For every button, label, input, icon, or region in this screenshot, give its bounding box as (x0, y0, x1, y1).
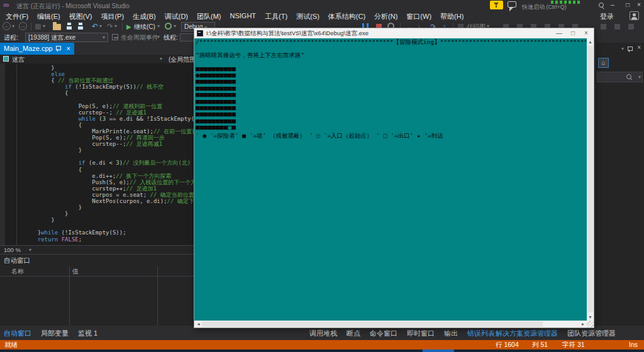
maze-row: ■■■■■■■■■■ (196, 104, 586, 111)
toolbar-icon[interactable] (614, 24, 620, 30)
progress-dashes (551, 1, 581, 4)
window-title: 迷宫 (正在运行) - Microsoft Visual Studio (16, 2, 130, 11)
undo-caret-icon[interactable]: ▾ (99, 22, 102, 31)
continue-caret-icon[interactable]: ▾ (157, 22, 160, 31)
panel-tab-即时窗口[interactable]: 即时窗口 (407, 329, 435, 338)
scroll-up-icon[interactable]: ▴ (587, 39, 594, 45)
maze-row: ●■■■■■■■■■ (196, 72, 586, 78)
restart-icon[interactable] (165, 23, 172, 30)
taskbar-active-indicator (423, 349, 454, 352)
redo-caret-icon[interactable]: ▾ (114, 22, 117, 31)
maze-grid: ■■■■■■■■■■●■■■■■■■■■■■■■■■■■■■■■■■■■■■■■… (196, 65, 586, 131)
separator (122, 23, 123, 31)
search-icon[interactable] (626, 74, 633, 81)
sign-in-link[interactable]: 登录 (600, 12, 614, 21)
status-ready: 就绪 (4, 341, 18, 349)
panel-close-icon[interactable]: × (637, 44, 641, 51)
blank-line (196, 58, 586, 65)
account-avatar-icon[interactable] (630, 11, 639, 20)
toolbar-icon[interactable] (601, 24, 606, 30)
column-divider[interactable] (69, 266, 70, 326)
panel-tab-自动窗口[interactable]: 自动窗口 (4, 329, 31, 338)
maze-row: ■■■■■■■■■■ (196, 85, 586, 91)
continue-button[interactable]: 继续(C) (134, 22, 155, 31)
maze-row: ■■■■■■■■■■ (196, 118, 586, 124)
scroll-down-icon[interactable]: ▾ (587, 314, 594, 320)
vs-logo-icon: ∞ (3, 0, 9, 9)
new-file-icon[interactable] (35, 24, 41, 30)
console-vertical-scrollbar[interactable]: ▴ ▾ (587, 38, 594, 321)
solution-explorer-panel: ▾ × ⌂ ▾ (595, 43, 644, 326)
console-minimize-button[interactable]: — (555, 30, 564, 36)
project-dropdown-caret-icon[interactable]: ▾ (160, 55, 162, 63)
scroll-left-icon[interactable]: ◂ (195, 321, 202, 327)
console-text: /***************************************… (196, 39, 586, 320)
zoom-caret-icon[interactable]: ▾ (29, 246, 31, 255)
close-tab-icon[interactable]: × (67, 45, 70, 52)
minimize-button[interactable]: – (608, 1, 618, 8)
console-output: /***************************************… (194, 38, 594, 327)
panel-tab-解决方案资源管理器[interactable]: 解决方案资源管理器 (496, 329, 558, 338)
process-combo[interactable]: [19388] 迷宫.exe ▾ (25, 33, 108, 42)
new-file-caret-icon[interactable]: ▾ (43, 22, 45, 31)
tab-main-maze-cpp[interactable]: Main_Maze.cpp × (0, 43, 74, 55)
search-icon[interactable] (599, 3, 606, 9)
console-horizontal-scrollbar[interactable]: ◂ ▸ (194, 321, 587, 327)
thread-label: 线程: (164, 33, 178, 42)
right-panel-tabs: 解决方案资源管理器团队资源管理器 (496, 329, 616, 338)
back-caret-icon[interactable]: ▾ (12, 22, 14, 31)
open-folder-icon[interactable] (53, 24, 61, 30)
maze-row: ■■■■■■■■■■ (196, 65, 586, 72)
panel-tab-输出[interactable]: 输出 (444, 329, 458, 338)
panel-menu-caret-icon[interactable]: ▾ (621, 45, 624, 53)
redo-icon[interactable]: ↷ (107, 22, 113, 31)
panel-pin-icon[interactable] (627, 47, 632, 52)
console-maximize-button[interactable]: □ (569, 30, 577, 36)
toolbar-icon[interactable] (628, 24, 634, 30)
navigate-back-icon[interactable]: ← (3, 22, 11, 30)
project-dropdown[interactable]: 迷宫 (12, 55, 25, 64)
scrollbar-thumb[interactable] (202, 321, 543, 327)
project-icon (3, 56, 9, 62)
home-icon[interactable]: ⌂ (598, 58, 609, 68)
panel-tab-错误列表[interactable]: 错误列表 (467, 329, 495, 338)
status-character: 字符 31 (562, 341, 585, 349)
lifecycle-caret-icon[interactable]: ▾ (157, 33, 160, 41)
pin-icon[interactable] (55, 46, 60, 52)
close-button[interactable]: × (634, 1, 644, 8)
autos-col-value[interactable]: 值 (72, 267, 79, 276)
panel-tab-局部变量[interactable]: 局部变量 (41, 329, 69, 338)
process-label: 进程: (4, 33, 18, 42)
autos-col-name[interactable]: 名称 (11, 267, 24, 276)
panel-tab-调用堆栈[interactable]: 调用堆栈 (309, 329, 337, 338)
navigate-forward-icon[interactable]: → (19, 22, 27, 30)
status-bar: 就绪 行 1604 列 51 字符 31 Ins (0, 340, 644, 349)
lifecycle-events-icon[interactable] (112, 34, 118, 40)
scroll-right-icon[interactable]: ▸ (580, 321, 586, 327)
column-divider[interactable] (157, 266, 158, 326)
console-close-button[interactable]: × (582, 30, 591, 36)
panel-tab-断点[interactable]: 断点 (347, 329, 360, 338)
panel-tab-命令窗口[interactable]: 命令窗口 (370, 329, 397, 338)
console-title-bar[interactable]: I:\金科\教学\数据结构与算法\testVS\迷宫\x64\Debug\迷宫.… (194, 28, 594, 38)
restart-caret-icon[interactable]: ▾ (174, 22, 176, 31)
search-caret-icon[interactable]: ▾ (638, 73, 641, 82)
undo-icon[interactable]: ↶ (92, 22, 98, 31)
maximize-button[interactable]: □ (623, 1, 633, 8)
mid-panel-tabs: 调用堆栈断点命令窗口即时窗口输出错误列表 (309, 329, 495, 338)
feedback-filter-icon[interactable] (490, 1, 503, 9)
resize-grip[interactable] (587, 321, 594, 327)
lifecycle-events-button[interactable]: 生命周期事件 (121, 33, 158, 42)
status-insert-mode: Ins (629, 341, 638, 348)
panel-tab-监视 1[interactable]: 监视 1 (78, 329, 97, 338)
console-window[interactable]: I:\金科\教学\数据结构与算法\testVS\迷宫\x64\Debug\迷宫.… (194, 28, 594, 328)
maze-row: ■■■■■■■■■■ (196, 111, 586, 117)
autos-panel-title: 自动窗口 (4, 256, 30, 265)
continue-play-icon[interactable]: ▶ (126, 22, 131, 31)
zoom-level-dropdown[interactable]: 100 % (4, 246, 21, 253)
solution-search-input[interactable]: ▾ (597, 72, 643, 82)
feedback-bubble-icon[interactable] (508, 1, 516, 8)
panel-tab-团队资源管理器[interactable]: 团队资源管理器 (567, 329, 616, 338)
title-bar: ∞ 迷宫 (正在运行) - Microsoft Visual Studio 快速… (0, 0, 644, 11)
scrollbar-thumb[interactable] (587, 46, 593, 312)
